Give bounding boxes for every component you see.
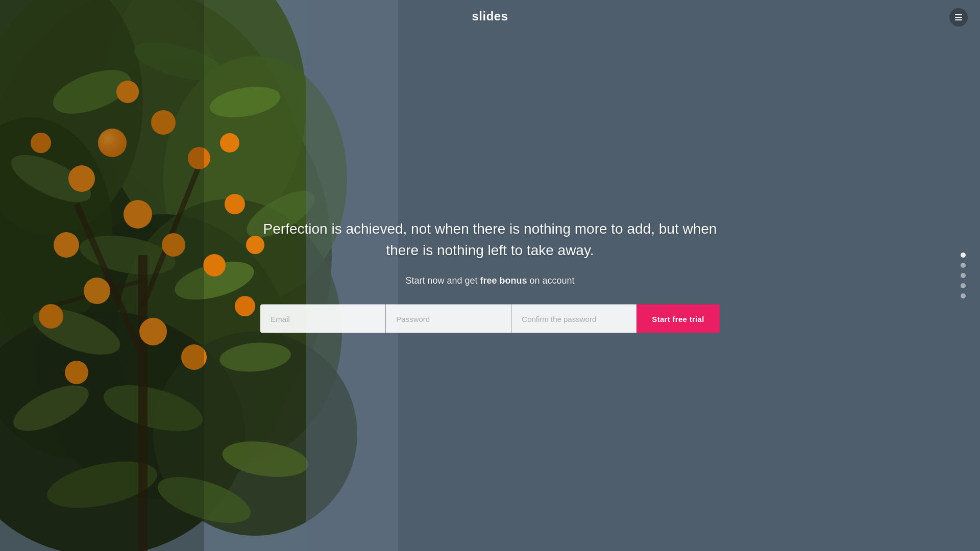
slide-indicator-3[interactable] (961, 273, 966, 278)
menu-bar-1 (955, 14, 962, 15)
subtitle-bold: free bonus (480, 276, 527, 286)
confirm-password-input[interactable] (511, 305, 636, 333)
svg-point-37 (225, 194, 245, 214)
email-input[interactable] (260, 305, 385, 333)
slide-indicator-4[interactable] (961, 283, 966, 288)
slide-indicators (961, 253, 966, 298)
slide-indicator-2[interactable] (961, 263, 966, 268)
svg-rect-51 (0, 0, 204, 551)
start-trial-button[interactable]: Start free trial (636, 305, 719, 333)
quote-text: Perfection is achieved, not when there i… (245, 218, 735, 261)
svg-point-48 (220, 133, 239, 153)
menu-button[interactable] (949, 8, 968, 27)
signup-form: Start free trial (245, 305, 735, 333)
menu-bar-3 (955, 19, 962, 20)
subtitle: Start now and get free bonus on account (245, 276, 735, 286)
slide-indicator-5[interactable] (961, 293, 966, 298)
subtitle-suffix: on account (527, 276, 575, 286)
header: slides (0, 0, 980, 33)
subtitle-prefix: Start now and get (405, 276, 480, 286)
svg-point-41 (203, 254, 226, 277)
password-input[interactable] (386, 305, 511, 333)
logo: slides (472, 9, 508, 23)
slide-indicator-1[interactable] (961, 253, 966, 258)
menu-bar-2 (955, 17, 962, 18)
main-content: Perfection is achieved, not when there i… (245, 218, 735, 333)
